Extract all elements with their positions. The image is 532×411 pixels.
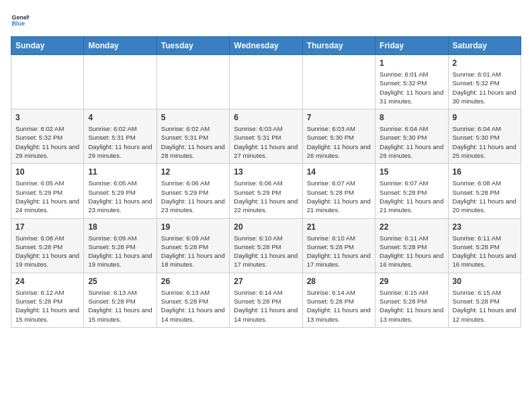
calendar-day-cell: 6Sunrise: 6:03 AM Sunset: 5:31 PM Daylig… — [230, 109, 302, 164]
svg-text:Blue: Blue — [11, 20, 25, 27]
day-info: Sunrise: 6:09 AM Sunset: 5:28 PM Dayligh… — [161, 234, 225, 269]
day-number: 21 — [307, 222, 371, 232]
day-info: Sunrise: 6:14 AM Sunset: 5:28 PM Dayligh… — [234, 288, 298, 324]
calendar-header-cell: Tuesday — [157, 37, 229, 55]
day-number: 1 — [380, 58, 443, 68]
calendar-table: SundayMondayTuesdayWednesdayThursdayFrid… — [11, 36, 521, 328]
day-number: 5 — [161, 113, 225, 122]
calendar-day-cell: 22Sunrise: 6:11 AM Sunset: 5:28 PM Dayli… — [375, 218, 448, 273]
day-number: 30 — [453, 277, 517, 286]
calendar-day-cell: 8Sunrise: 6:04 AM Sunset: 5:30 PM Daylig… — [375, 109, 448, 164]
calendar-day-cell: 24Sunrise: 6:12 AM Sunset: 5:28 PM Dayli… — [11, 273, 84, 327]
calendar-day-cell: 10Sunrise: 6:05 AM Sunset: 5:29 PM Dayli… — [11, 164, 84, 218]
day-info: Sunrise: 6:01 AM Sunset: 5:32 PM Dayligh… — [453, 70, 517, 105]
day-number: 3 — [15, 113, 79, 122]
calendar-day-cell: 9Sunrise: 6:04 AM Sunset: 5:30 PM Daylig… — [448, 109, 521, 164]
calendar-day-cell: 15Sunrise: 6:07 AM Sunset: 5:28 PM Dayli… — [375, 164, 448, 218]
calendar-week-row: 10Sunrise: 6:05 AM Sunset: 5:29 PM Dayli… — [11, 164, 521, 218]
calendar-header-cell: Wednesday — [230, 37, 302, 55]
calendar-day-cell — [230, 55, 302, 109]
calendar-day-cell: 28Sunrise: 6:14 AM Sunset: 5:28 PM Dayli… — [302, 273, 375, 327]
day-number: 16 — [453, 167, 517, 177]
day-info: Sunrise: 6:07 AM Sunset: 5:28 PM Dayligh… — [307, 179, 371, 214]
day-info: Sunrise: 6:02 AM Sunset: 5:31 PM Dayligh… — [161, 124, 225, 160]
calendar-day-cell: 26Sunrise: 6:13 AM Sunset: 5:28 PM Dayli… — [157, 273, 229, 327]
day-number: 27 — [234, 277, 298, 286]
calendar-header-cell: Monday — [84, 37, 157, 55]
calendar-day-cell: 16Sunrise: 6:08 AM Sunset: 5:28 PM Dayli… — [448, 164, 521, 218]
day-number: 7 — [307, 113, 371, 122]
calendar-day-cell: 2Sunrise: 6:01 AM Sunset: 5:32 PM Daylig… — [448, 55, 521, 109]
day-number: 18 — [88, 222, 152, 232]
day-info: Sunrise: 6:02 AM Sunset: 5:31 PM Dayligh… — [88, 124, 152, 160]
day-number: 2 — [453, 58, 517, 68]
calendar-header-cell: Sunday — [11, 37, 84, 55]
svg-text:General: General — [11, 14, 30, 21]
day-number: 17 — [15, 222, 79, 232]
day-info: Sunrise: 6:05 AM Sunset: 5:29 PM Dayligh… — [88, 179, 152, 214]
day-info: Sunrise: 6:12 AM Sunset: 5:28 PM Dayligh… — [15, 288, 79, 324]
day-info: Sunrise: 6:05 AM Sunset: 5:29 PM Dayligh… — [15, 179, 79, 214]
calendar-day-cell: 30Sunrise: 6:15 AM Sunset: 5:28 PM Dayli… — [448, 273, 521, 327]
day-info: Sunrise: 6:11 AM Sunset: 5:28 PM Dayligh… — [380, 234, 443, 269]
day-number: 12 — [161, 167, 225, 177]
calendar-day-cell: 27Sunrise: 6:14 AM Sunset: 5:28 PM Dayli… — [230, 273, 302, 327]
calendar-header-cell: Thursday — [302, 37, 375, 55]
calendar-day-cell — [11, 55, 84, 109]
day-info: Sunrise: 6:08 AM Sunset: 5:28 PM Dayligh… — [15, 234, 79, 269]
day-info: Sunrise: 6:15 AM Sunset: 5:28 PM Dayligh… — [380, 288, 443, 324]
day-info: Sunrise: 6:15 AM Sunset: 5:28 PM Dayligh… — [453, 288, 517, 324]
calendar-day-cell: 12Sunrise: 6:06 AM Sunset: 5:29 PM Dayli… — [157, 164, 229, 218]
page-header: General Blue — [11, 11, 521, 30]
day-info: Sunrise: 6:10 AM Sunset: 5:28 PM Dayligh… — [234, 234, 298, 269]
calendar-day-cell: 5Sunrise: 6:02 AM Sunset: 5:31 PM Daylig… — [157, 109, 229, 164]
calendar-header-cell: Saturday — [448, 37, 521, 55]
calendar-day-cell: 23Sunrise: 6:11 AM Sunset: 5:28 PM Dayli… — [448, 218, 521, 273]
day-number: 14 — [307, 167, 371, 177]
day-info: Sunrise: 6:06 AM Sunset: 5:29 PM Dayligh… — [161, 179, 225, 214]
day-number: 4 — [88, 113, 152, 122]
day-info: Sunrise: 6:08 AM Sunset: 5:28 PM Dayligh… — [453, 179, 517, 214]
day-number: 19 — [161, 222, 225, 232]
day-number: 22 — [380, 222, 443, 232]
calendar-day-cell: 21Sunrise: 6:10 AM Sunset: 5:28 PM Dayli… — [302, 218, 375, 273]
day-info: Sunrise: 6:11 AM Sunset: 5:28 PM Dayligh… — [453, 234, 517, 269]
day-number: 26 — [161, 277, 225, 286]
day-number: 8 — [380, 113, 443, 122]
calendar-day-cell: 4Sunrise: 6:02 AM Sunset: 5:31 PM Daylig… — [84, 109, 157, 164]
calendar-header-cell: Friday — [375, 37, 448, 55]
day-info: Sunrise: 6:07 AM Sunset: 5:28 PM Dayligh… — [380, 179, 443, 214]
calendar-day-cell: 3Sunrise: 6:02 AM Sunset: 5:32 PM Daylig… — [11, 109, 84, 164]
day-number: 11 — [88, 167, 152, 177]
calendar-day-cell — [157, 55, 229, 109]
day-info: Sunrise: 6:03 AM Sunset: 5:31 PM Dayligh… — [234, 124, 298, 160]
calendar-day-cell: 17Sunrise: 6:08 AM Sunset: 5:28 PM Dayli… — [11, 218, 84, 273]
calendar-day-cell: 25Sunrise: 6:13 AM Sunset: 5:28 PM Dayli… — [84, 273, 157, 327]
calendar-day-cell: 7Sunrise: 6:03 AM Sunset: 5:30 PM Daylig… — [302, 109, 375, 164]
day-number: 13 — [234, 167, 298, 177]
day-number: 20 — [234, 222, 298, 232]
day-info: Sunrise: 6:14 AM Sunset: 5:28 PM Dayligh… — [307, 288, 371, 324]
day-number: 28 — [307, 277, 371, 286]
calendar-week-row: 1Sunrise: 6:01 AM Sunset: 5:32 PM Daylig… — [11, 55, 521, 109]
day-number: 23 — [453, 222, 517, 232]
day-info: Sunrise: 6:03 AM Sunset: 5:30 PM Dayligh… — [307, 124, 371, 160]
calendar-day-cell: 14Sunrise: 6:07 AM Sunset: 5:28 PM Dayli… — [302, 164, 375, 218]
calendar-body: 1Sunrise: 6:01 AM Sunset: 5:32 PM Daylig… — [11, 55, 521, 328]
calendar-day-cell: 29Sunrise: 6:15 AM Sunset: 5:28 PM Dayli… — [375, 273, 448, 327]
logo: General Blue — [11, 11, 30, 30]
day-info: Sunrise: 6:09 AM Sunset: 5:28 PM Dayligh… — [88, 234, 152, 269]
calendar-day-cell: 20Sunrise: 6:10 AM Sunset: 5:28 PM Dayli… — [230, 218, 302, 273]
calendar-header-row: SundayMondayTuesdayWednesdayThursdayFrid… — [11, 37, 521, 55]
day-info: Sunrise: 6:02 AM Sunset: 5:32 PM Dayligh… — [15, 124, 79, 160]
day-info: Sunrise: 6:01 AM Sunset: 5:32 PM Dayligh… — [380, 70, 443, 105]
day-info: Sunrise: 6:04 AM Sunset: 5:30 PM Dayligh… — [380, 124, 443, 160]
day-number: 15 — [380, 167, 443, 177]
day-number: 10 — [15, 167, 79, 177]
day-number: 6 — [234, 113, 298, 122]
calendar-week-row: 17Sunrise: 6:08 AM Sunset: 5:28 PM Dayli… — [11, 218, 521, 273]
calendar-day-cell: 18Sunrise: 6:09 AM Sunset: 5:28 PM Dayli… — [84, 218, 157, 273]
day-number: 24 — [15, 277, 79, 286]
calendar-day-cell — [84, 55, 157, 109]
day-info: Sunrise: 6:04 AM Sunset: 5:30 PM Dayligh… — [453, 124, 517, 160]
